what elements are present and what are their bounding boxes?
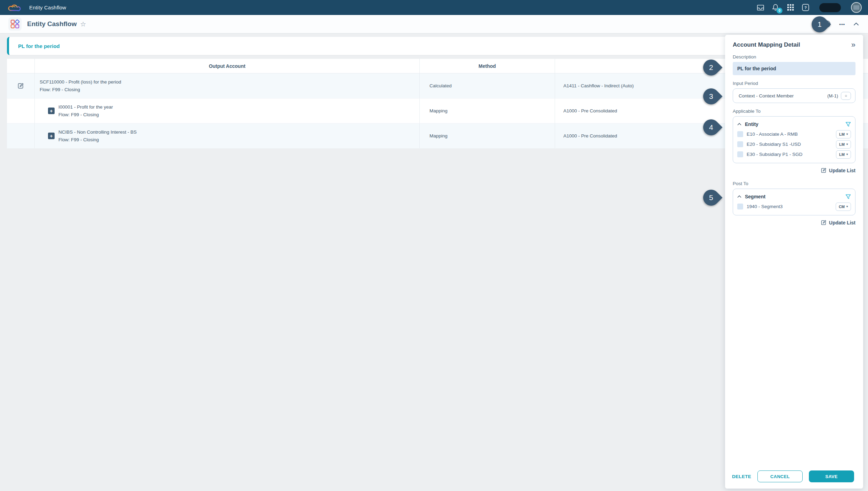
output-account-flow: Flow: F99 - Closing <box>58 137 137 142</box>
method-value: Mapping <box>420 98 555 123</box>
cancel-button[interactable]: CANCEL <box>757 470 803 482</box>
output-account-name: NCIBS - Non Controlling Interest - BS <box>58 129 137 135</box>
save-button[interactable]: SAVE <box>809 470 854 482</box>
entity-update-list-link[interactable]: Update List <box>733 167 855 173</box>
entity-member-dropdown[interactable]: LM ▾ <box>836 130 851 138</box>
output-account-name: I00001 - Profit for the year <box>58 104 113 110</box>
applicable-to-label: Applicable To <box>733 109 855 114</box>
description-input[interactable]: PL for the period <box>733 62 855 75</box>
entity-checkbox[interactable] <box>737 131 743 137</box>
entity-item-label: E30 - Subsidiary P1 - SGD <box>747 152 836 157</box>
input-period-selector[interactable]: Context - Context Member (M-1) ○ <box>733 88 855 103</box>
output-account-flow: Flow: F99 - Closing <box>58 112 113 117</box>
svg-text:?: ? <box>804 6 807 10</box>
input-period-offset: (M-1) <box>827 93 838 98</box>
description-label: Description <box>733 54 855 60</box>
segment-item-label: 1940 - Segment3 <box>747 204 836 209</box>
caret-down-icon: ▾ <box>846 205 848 208</box>
segment-item: 1940 - Segment3 CM ▾ <box>737 201 851 212</box>
segment-group-box: Segment 1940 - Segment3 CM ▾ <box>733 189 855 215</box>
segment-member-dropdown[interactable]: CM ▾ <box>836 203 851 211</box>
caret-down-icon: ▾ <box>846 143 848 146</box>
entity-cashflow-app-icon[interactable] <box>8 17 22 31</box>
method-value: Calculated <box>420 73 555 98</box>
avatar[interactable] <box>851 2 862 13</box>
segment-group-title: Segment <box>745 194 845 199</box>
caret-down-icon: ▾ <box>846 133 848 136</box>
period-offset-button[interactable]: ○ <box>841 92 851 100</box>
entity-item: E30 - Subsidiary P1 - SGD LM ▾ <box>737 149 851 159</box>
caret-down-icon: ▾ <box>846 153 848 156</box>
top-navigation-bar: Entity Cashflow 0 ? <box>0 0 868 15</box>
favorite-star-icon[interactable]: ☆ <box>80 20 86 28</box>
table-header-output-account: Output Account <box>35 59 420 73</box>
segment-update-list-label: Update List <box>829 220 855 225</box>
output-account-flow: Flow: F99 - Closing <box>40 87 121 92</box>
segment-filter-icon[interactable] <box>845 194 851 199</box>
entity-checkbox[interactable] <box>737 141 743 147</box>
entity-item-label: E10 - Associate A - RMB <box>747 132 836 137</box>
entity-filter-icon[interactable] <box>845 122 851 127</box>
help-icon[interactable]: ? <box>801 3 810 12</box>
entity-group-title: Entity <box>745 121 845 127</box>
entity-member-dropdown[interactable]: LM ▾ <box>836 150 851 159</box>
inbox-icon[interactable] <box>756 3 765 12</box>
collapse-panel-icon[interactable]: » <box>851 41 855 49</box>
entity-item: E10 - Associate A - RMB LM ▾ <box>737 129 851 139</box>
entity-item: E20 - Subsidiary S1 -USD LM ▾ <box>737 139 851 149</box>
input-period-label: Input Period <box>733 81 855 86</box>
segment-collapse-icon[interactable] <box>737 195 741 198</box>
entity-tag: LM <box>839 142 845 146</box>
method-value: Mapping <box>420 124 555 148</box>
entity-tag: LM <box>839 152 845 157</box>
segment-tag: CM <box>839 205 845 209</box>
user-name-redacted <box>819 3 841 12</box>
page-header-bar: Entity Cashflow ☆ ••• <box>0 15 868 33</box>
account-mapping-detail-panel: Account Mapping Detail » Description PL … <box>725 35 863 489</box>
panel-title: Account Mapping Detail <box>733 41 800 48</box>
segment-update-list-link[interactable]: Update List <box>733 220 855 225</box>
post-to-label: Post To <box>733 181 855 186</box>
apps-grid-icon[interactable] <box>786 3 795 12</box>
notifications-bell-icon[interactable]: 0 <box>771 3 780 12</box>
input-period-value: Context - Context Member <box>739 93 827 98</box>
topbar-app-title: Entity Cashflow <box>29 5 66 10</box>
entity-collapse-icon[interactable] <box>737 123 741 126</box>
entity-checkbox[interactable] <box>737 151 743 157</box>
segment-checkbox[interactable] <box>737 204 743 209</box>
more-options-icon[interactable]: ••• <box>839 22 845 27</box>
edit-row-icon[interactable] <box>17 82 24 89</box>
entity-group-box: Entity E10 - Associate A - RMB LM ▾ E20 … <box>733 116 855 163</box>
brand-cloud-logo[interactable] <box>8 2 22 13</box>
entity-member-dropdown[interactable]: LM ▾ <box>836 140 851 149</box>
mapping-name-label: PL for the period <box>9 43 60 49</box>
notification-count-badge: 0 <box>777 8 782 14</box>
page-title: Entity Cashflow <box>27 20 77 28</box>
entity-tag: LM <box>839 132 845 136</box>
table-header-method: Method <box>420 59 555 73</box>
collapse-chevron-icon[interactable] <box>853 22 859 26</box>
expand-plus-icon[interactable]: + <box>48 108 55 114</box>
callout-5: 5 <box>700 186 722 209</box>
output-account-name: SCF110000 - Profit (loss) for the period <box>40 79 121 85</box>
entity-update-list-label: Update List <box>829 168 855 173</box>
table-header-actions <box>7 59 35 73</box>
entity-item-label: E20 - Subsidiary S1 -USD <box>747 142 836 147</box>
expand-plus-icon[interactable]: + <box>48 133 55 139</box>
delete-button[interactable]: DELETE <box>732 474 751 479</box>
